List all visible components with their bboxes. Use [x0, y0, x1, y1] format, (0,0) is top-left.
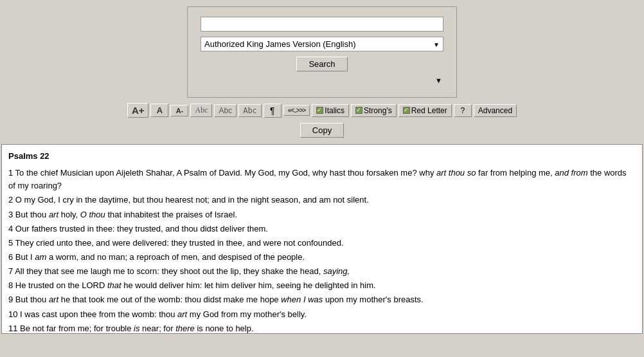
- search-input[interactable]: Ps 22: [201, 17, 443, 32]
- advanced-button[interactable]: Advanced: [474, 104, 517, 117]
- table-row: 11 Be not far from me; for trouble is ne…: [8, 322, 636, 334]
- verse-num: 11: [8, 324, 17, 333]
- verse-num: 1: [8, 168, 13, 178]
- copy-button[interactable]: Copy: [300, 123, 344, 138]
- table-row: 10 I was cast upon thee from the womb: t…: [8, 308, 636, 321]
- font-smaller-button[interactable]: A-: [170, 105, 188, 116]
- font-sans-button[interactable]: Abc: [214, 104, 237, 117]
- italics-checkbox: [316, 107, 323, 114]
- table-row: 6 But I am a worm, and no man; a reproac…: [8, 251, 636, 264]
- toolbar: A+ A A- Abc Abc Abc ¶ «<..>>> Italics St…: [127, 103, 517, 118]
- strongs-checkbox: [355, 107, 362, 114]
- table-row: 2 O my God, I cry in the daytime, but th…: [8, 194, 636, 206]
- help-button[interactable]: ?: [454, 104, 472, 117]
- search-box: Ps 22 Authorized King James Version (Eng…: [187, 6, 457, 98]
- pilcrow-button[interactable]: ¶: [264, 104, 282, 118]
- table-row: 7 All they that see me laugh me to scorn…: [8, 265, 636, 278]
- table-row: 8 He trusted on the LORD that he would d…: [8, 279, 636, 292]
- version-select[interactable]: Authorized King James Version (English): [201, 37, 443, 51]
- verse-num: 3: [8, 210, 13, 219]
- top-section: Ps 22 Authorized King James Version (Eng…: [0, 0, 644, 144]
- verse-num: 9: [8, 295, 13, 304]
- red-letter-label: Red Letter: [411, 106, 447, 115]
- verse-num: 7: [8, 266, 13, 276]
- verse-num: 6: [8, 252, 13, 262]
- font-medium-button[interactable]: A: [150, 104, 168, 117]
- table-row: 3 But thou art holy, O thou that inhabit…: [8, 208, 636, 221]
- strongs-button[interactable]: Strong's: [351, 104, 397, 117]
- lines-button[interactable]: «<..>>>: [283, 105, 310, 116]
- content-area[interactable]: Psalms 22 1 To the chief Musician upon A…: [1, 144, 643, 334]
- italics-button[interactable]: Italics: [312, 104, 349, 117]
- verse-num: 4: [8, 224, 13, 233]
- copy-row: Copy: [300, 123, 344, 138]
- verse-num: 2: [8, 195, 13, 205]
- verse-num: 10: [8, 309, 17, 319]
- italics-label: Italics: [325, 106, 344, 115]
- table-row: 1 To the chief Musician upon Aijeleth Sh…: [8, 167, 636, 192]
- font-mono-button[interactable]: Abc: [238, 104, 262, 117]
- version-select-wrapper: Authorized King James Version (English): [201, 37, 443, 51]
- font-serif-button[interactable]: Abc: [190, 104, 212, 117]
- table-row: 9 But thou art he that took me out of th…: [8, 293, 636, 306]
- verse-num: 8: [8, 280, 13, 290]
- table-row: 5 They cried unto thee, and were deliver…: [8, 237, 636, 250]
- verses-container: 1 To the chief Musician upon Aijeleth Sh…: [8, 167, 636, 334]
- font-larger-button[interactable]: A+: [127, 103, 149, 118]
- strongs-label: Strong's: [364, 106, 392, 115]
- table-row: 4 Our fathers trusted in thee: they trus…: [8, 223, 636, 235]
- search-button[interactable]: Search: [296, 57, 347, 71]
- dropdown-arrow-icon[interactable]: ▼: [435, 77, 442, 84]
- psalm-title: Psalms 22: [8, 150, 636, 163]
- red-letter-button[interactable]: Red Letter: [398, 104, 452, 117]
- verse-num: 5: [8, 238, 13, 248]
- red-letter-checkbox: [403, 107, 410, 114]
